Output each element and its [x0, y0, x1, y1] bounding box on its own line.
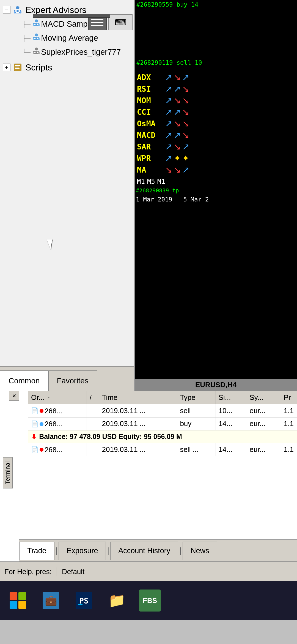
- svg-point-8: [35, 19, 38, 23]
- cell-type-2: buy: [177, 417, 216, 430]
- cell-time-3: 2019.03.11 ...: [99, 443, 177, 456]
- tree-item-scripts[interactable]: + Scripts: [0, 60, 134, 75]
- folder-icon: 📁: [109, 592, 125, 609]
- tab-common[interactable]: Common: [0, 370, 48, 391]
- col-order[interactable]: Or... ↑: [28, 391, 87, 404]
- table-row: 📄 268... 2019.03.11 ... sell ... 14... e…: [28, 443, 297, 456]
- cell-time-2: 2019.03.11 ...: [99, 417, 177, 430]
- context-menu: [33, 14, 110, 18]
- svg-point-25: [38, 52, 40, 54]
- ind-name-adx: ADX: [137, 73, 164, 82]
- cell-time-1: 2019.03.11 ...: [99, 404, 177, 417]
- tf-m5: M5: [147, 178, 155, 185]
- col-type[interactable]: Type: [177, 391, 216, 404]
- briefcase-icon: 💼: [43, 592, 59, 609]
- svg-point-12: [33, 24, 34, 26]
- tree-connector-1: ├─: [22, 21, 31, 28]
- scripts-label: Scripts: [25, 62, 52, 73]
- terminal-close-button[interactable]: ×: [9, 391, 19, 401]
- cell-sym-2: eur...: [247, 417, 281, 430]
- svg-point-10: [34, 24, 36, 25]
- cell-size-1: 10...: [216, 404, 247, 417]
- arrow-macd-3: ↘: [182, 130, 189, 140]
- tab-sep-3: |: [178, 546, 183, 555]
- chart-date-bar: 1 Mar 2019 5 Mar 2: [135, 195, 297, 203]
- win-quad-blue: [10, 601, 17, 609]
- terminal-table-wrapper: Or... ↑ / Time Type Si... Sy... Pr 📄: [19, 391, 297, 456]
- col-price[interactable]: Pr: [281, 391, 297, 404]
- win-quad-yellow: [18, 601, 26, 609]
- cell-price-3: 1.1: [281, 443, 297, 456]
- taskbar-windows[interactable]: [6, 587, 30, 614]
- svg-point-22: [34, 52, 36, 53]
- cell-div-2: [87, 417, 99, 430]
- terminal-tabs: Trade | Exposure | Account History | New…: [19, 539, 297, 561]
- ind-row-adx: ADX ↗ ↘ ↗: [137, 72, 295, 83]
- tab-sep-1: |: [54, 546, 59, 555]
- dot-red-3: [40, 448, 43, 452]
- arrow-sar-1: ↗: [165, 141, 172, 152]
- navigator-panel: − Expert Advisors: [0, 0, 135, 391]
- arrow-rsi-3: ↘: [182, 84, 189, 94]
- svg-point-23: [37, 52, 38, 53]
- timeframes: M1 M5 M1: [135, 178, 297, 185]
- ind-name-cci: CCI: [137, 108, 164, 117]
- collapse-btn[interactable]: −: [3, 6, 10, 14]
- tab-trade[interactable]: Trade: [19, 542, 54, 560]
- chart-sell-annotation: #268290119 sell 10: [135, 59, 297, 67]
- scripts-expand-btn[interactable]: +: [3, 64, 10, 71]
- tab-sep-2: |: [106, 546, 110, 555]
- svg-point-13: [38, 24, 40, 26]
- svg-text:PS: PS: [79, 596, 89, 605]
- hamburger-line-3: [91, 25, 103, 26]
- chart-date-2: 5 Mar 2: [183, 196, 209, 203]
- col-symbol[interactable]: Sy...: [247, 391, 281, 404]
- cell-order-2: 📄 268...: [28, 417, 87, 430]
- taskbar-fbs[interactable]: FBS: [138, 587, 162, 614]
- tab-favorites[interactable]: Favorites: [48, 370, 97, 391]
- fbs-icon: FBS: [139, 590, 161, 612]
- indicators-table: ADX ↗ ↘ ↗ RSI ↗ ↗ ↘ MOM ↗ ↘ ↘ CCI: [135, 72, 297, 175]
- arrow-rsi-1: ↗: [165, 84, 172, 94]
- taskbar-briefcase[interactable]: 💼: [38, 587, 63, 614]
- balance-text: Balance: 97 478.09 USD Equity: 95 056.09…: [39, 433, 182, 440]
- cell-type-1: sell: [177, 404, 216, 417]
- cell-order-3: 📄 268...: [28, 443, 87, 456]
- svg-rect-28: [15, 67, 19, 67]
- col-time[interactable]: Time: [99, 391, 177, 404]
- col-sort[interactable]: /: [87, 391, 99, 404]
- svg-point-7: [20, 11, 21, 13]
- taskbar-folder[interactable]: 📁: [105, 587, 129, 614]
- cell-sym-1: eur...: [247, 404, 281, 417]
- arrow-adx-1: ↗: [165, 72, 172, 83]
- keyboard-button[interactable]: ⌨: [108, 14, 133, 30]
- balance-cell: ⬇ Balance: 97 478.09 USD Equity: 95 056.…: [28, 430, 297, 443]
- cell-size-2: 14...: [216, 417, 247, 430]
- tree-connector-2: ├─: [22, 35, 31, 42]
- tab-news[interactable]: News: [183, 542, 217, 560]
- svg-point-24: [33, 52, 34, 54]
- doc-icon-1: 📄: [31, 407, 38, 414]
- tab-account-history[interactable]: Account History: [110, 542, 178, 560]
- tree-item-suplex[interactable]: └─ SuplexPrices_tiger777: [19, 45, 134, 59]
- ind-row-rsi: RSI ↗ ↗ ↘: [137, 84, 295, 94]
- doc-icon-2: 📄: [31, 421, 38, 428]
- col-size[interactable]: Si...: [216, 391, 247, 404]
- cell-size-3: 14...: [216, 443, 247, 456]
- ind-row-mom: MOM ↗ ↘ ↘: [137, 95, 295, 106]
- ind-row-sar: SAR ↗ ↘ ↗: [137, 141, 295, 152]
- svg-point-19: [38, 38, 40, 40]
- taskbar-powershell[interactable]: PS: [72, 587, 96, 614]
- arrow-wpr-2: ✦: [174, 153, 181, 163]
- tab-exposure[interactable]: Exposure: [59, 542, 106, 560]
- ind-name-rsi: RSI: [137, 84, 164, 94]
- arrow-macd-2: ↗: [174, 130, 181, 140]
- cell-type-3: sell ...: [177, 443, 216, 456]
- suplex-icon: [32, 47, 41, 58]
- cell-price-2: 1.1: [281, 417, 297, 430]
- win-quad-green: [18, 592, 26, 600]
- svg-point-6: [14, 11, 15, 13]
- ind-row-macd: MACD ↗ ↗ ↘: [137, 130, 295, 140]
- tree-item-moving-average[interactable]: ├─ Moving Average: [19, 31, 134, 45]
- arrow-cci-3: ↘: [182, 107, 189, 117]
